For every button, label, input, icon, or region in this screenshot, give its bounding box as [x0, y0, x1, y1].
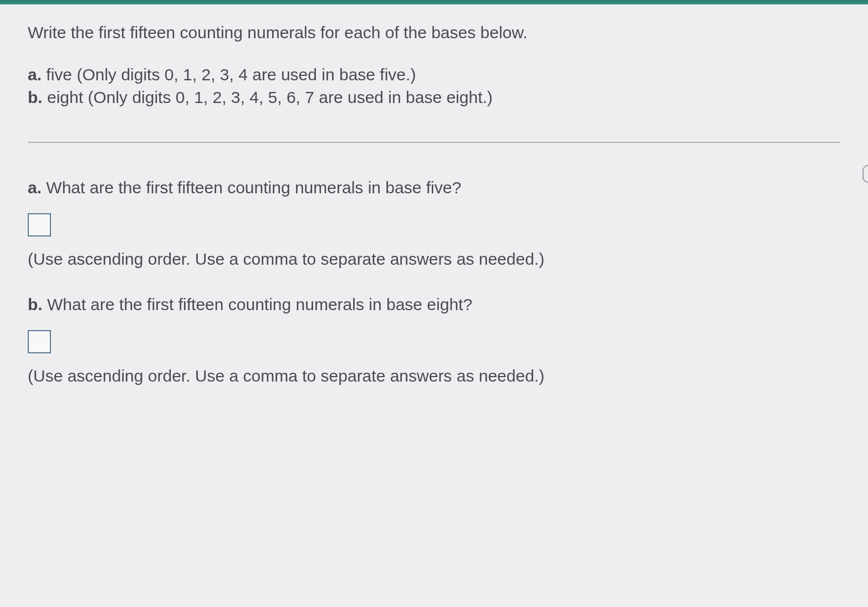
part-a-answer-input[interactable] — [28, 213, 51, 236]
part-a-label: a. — [28, 178, 42, 197]
question-intro-text: Write the first fifteen counting numeral… — [28, 21, 840, 44]
item-a-text: five (Only digits 0, 1, 2, 3, 4 are used… — [42, 65, 416, 84]
part-b-question-text: What are the first fifteen counting nume… — [43, 295, 472, 313]
item-b-text: eight (Only digits 0, 1, 2, 3, 4, 5, 6, … — [43, 88, 493, 106]
section-divider — [28, 142, 840, 143]
part-b-question: b. What are the first fifteen counting n… — [28, 293, 840, 316]
question-item-a: a. five (Only digits 0, 1, 2, 3, 4 are u… — [28, 64, 840, 86]
divider-resize-handle[interactable] — [862, 165, 868, 183]
part-b-label: b. — [28, 295, 43, 313]
part-a-question-text: What are the first fifteen counting nume… — [42, 178, 461, 197]
item-a-label: a. — [28, 65, 42, 84]
item-b-label: b. — [28, 88, 43, 106]
part-b-hint: (Use ascending order. Use a comma to sep… — [28, 364, 840, 388]
part-a-hint: (Use ascending order. Use a comma to sep… — [28, 248, 840, 271]
part-a-question: a. What are the first fifteen counting n… — [28, 176, 840, 199]
window-top-border — [0, 0, 868, 4]
question-item-b: b. eight (Only digits 0, 1, 2, 3, 4, 5, … — [28, 86, 840, 109]
part-b-answer-input[interactable] — [28, 330, 51, 353]
answer-part-b: b. What are the first fifteen counting n… — [28, 293, 840, 388]
answer-part-a: a. What are the first fifteen counting n… — [28, 176, 840, 271]
question-content-area: Write the first fifteen counting numeral… — [0, 4, 868, 607]
